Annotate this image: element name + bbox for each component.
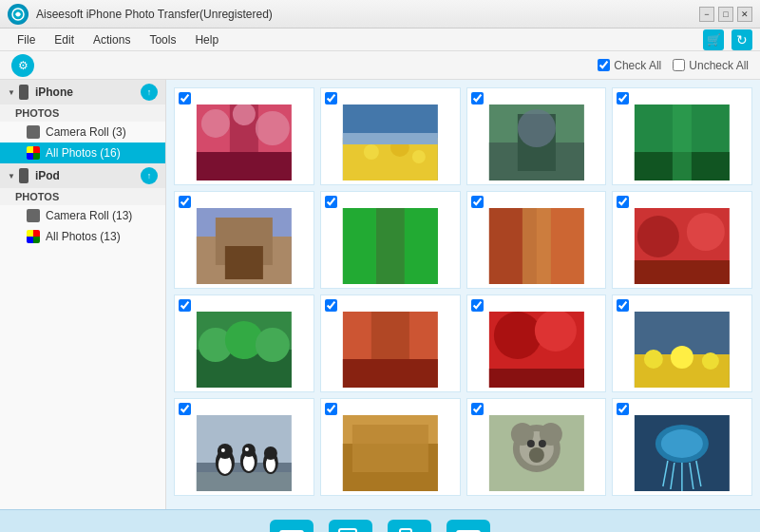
main-layout: ▼ iPhone ↑ PHOTOS Camera Roll (3) All Ph… [0,80,760,509]
cart-icon[interactable]: 🛒 [703,29,724,50]
ipod-device-row[interactable]: ▼ iPod ↑ [0,163,165,188]
photo-cell [174,398,314,496]
photo-checkbox-1[interactable] [179,92,191,104]
svg-point-50 [671,346,694,369]
app-logo [8,4,28,25]
photo-image-11 [471,312,602,388]
iphone-label: iPhone [35,86,73,99]
export-computer-icon [278,525,305,533]
camera-icon [27,125,40,139]
menu-actions[interactable]: Actions [84,31,140,48]
iphone-sync-button[interactable]: ↑ [141,84,158,101]
svg-point-32 [637,216,679,257]
photo-image-1 [179,104,310,180]
menu-file[interactable]: File [8,31,45,48]
svg-rect-34 [635,260,730,284]
photo-checkbox-8[interactable] [617,196,629,208]
menu-tools[interactable]: Tools [140,31,185,48]
svg-rect-12 [343,133,438,144]
photo-cell [612,87,752,185]
menu-help[interactable]: Help [185,31,228,48]
svg-point-62 [245,447,249,451]
export-to-computer-button[interactable]: ▼ [270,520,314,533]
export-to-device-button[interactable]: ▼ [388,520,431,533]
svg-point-75 [526,440,534,447]
svg-point-5 [256,111,290,145]
photo-cell [612,294,752,392]
photo-image-6 [325,208,456,284]
photo-checkbox-10[interactable] [325,299,337,312]
svg-point-74 [528,447,543,463]
svg-point-49 [644,350,663,369]
photo-checkbox-11[interactable] [471,299,484,312]
svg-rect-54 [197,472,292,491]
menubar-actions: 🛒 ↻ [703,29,752,50]
menu-edit[interactable]: Edit [45,31,84,48]
photo-image-8 [617,208,748,284]
photo-checkbox-15[interactable] [471,403,484,415]
delete-button[interactable] [329,520,372,533]
photo-checkbox-16[interactable] [617,403,629,415]
content-area [166,80,760,509]
photo-checkbox-6[interactable] [325,196,337,208]
photo-cell [174,294,314,392]
photo-cell [612,191,752,289]
ipod-all-photos[interactable]: All Photos (13) [0,226,165,247]
photo-grid [174,87,752,496]
svg-rect-86 [339,529,356,533]
uncheck-all-label[interactable]: Uncheck All [689,59,749,72]
photo-cell [466,191,607,289]
photo-checkbox-12[interactable] [617,299,629,312]
close-button[interactable]: ✕ [737,7,752,22]
photo-image-12 [617,312,748,388]
iphone-camera-roll-label: Camera Roll (3) [46,125,126,139]
photo-checkbox-13[interactable] [179,403,191,415]
photo-cell [320,87,461,185]
photo-checkbox-14[interactable] [325,403,337,415]
photo-checkbox-3[interactable] [471,92,484,104]
ipod-all-photos-label: All Photos (13) [46,230,121,243]
ipod-sync-button[interactable]: ↑ [141,167,158,184]
ipod-collapse-icon: ▼ [8,172,15,180]
refresh-icon[interactable]: ↻ [732,29,752,50]
iphone-camera-roll[interactable]: Camera Roll (3) [0,122,165,142]
photo-checkbox-9[interactable] [179,299,191,312]
photo-checkbox-4[interactable] [617,92,629,104]
photo-cell [612,398,752,496]
bottom-toolbar: ▼ ▼ [0,509,760,532]
svg-rect-42 [343,359,438,388]
photo-checkbox-5[interactable] [179,196,191,208]
photo-checkbox-2[interactable] [325,92,337,104]
svg-rect-19 [673,104,692,180]
photo-cell [174,87,314,185]
uncheck-all-checkbox[interactable] [673,59,685,71]
minimize-button[interactable]: − [699,7,714,22]
check-all-label[interactable]: Check All [614,59,661,72]
iphone-device-row[interactable]: ▼ iPhone ↑ [0,80,165,104]
titlebar: Aiseesoft iPhone Photo Transfer(Unregist… [0,0,760,28]
window-controls[interactable]: − □ ✕ [699,7,752,22]
svg-point-16 [517,109,555,147]
photo-cell [466,398,607,496]
iphone-all-photos[interactable]: All Photos (16) [0,142,165,163]
settings-button[interactable]: ⚙ [11,54,34,77]
svg-rect-91 [400,529,411,533]
photo-image-16 [617,415,748,491]
photo-image-4 [617,104,748,180]
maximize-button[interactable]: □ [718,7,733,22]
photo-cell [466,294,607,392]
ipod-device-icon [19,168,28,183]
svg-point-65 [264,446,277,460]
iphone-device-icon [19,85,28,100]
import-to-library-button[interactable] [446,520,490,533]
photos-icon-2 [27,230,40,243]
svg-rect-46 [488,369,583,388]
check-all-checkbox[interactable] [598,59,610,71]
photo-cell [320,294,461,392]
photo-checkbox-7[interactable] [471,196,484,208]
ipod-camera-roll[interactable]: Camera Roll (13) [0,205,165,226]
photo-image-7 [471,208,602,284]
svg-point-9 [364,144,379,160]
photo-image-10 [325,312,456,388]
iphone-photos-header: PHOTOS [0,104,165,122]
